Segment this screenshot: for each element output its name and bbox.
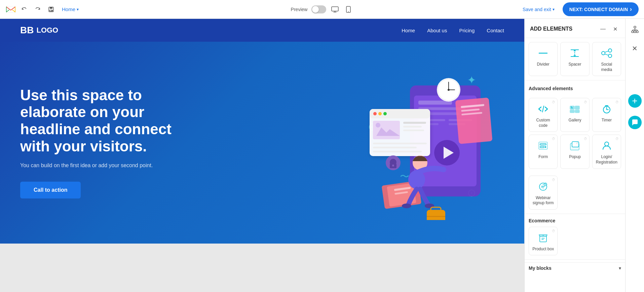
panel-close-buttons: — ✕	[598, 24, 620, 34]
undo-button[interactable]	[19, 4, 30, 15]
form-label: Form	[538, 154, 548, 160]
element-card-gallery[interactable]: ⏱ Gallery	[560, 98, 589, 132]
svg-rect-32	[403, 126, 422, 127]
svg-point-69	[608, 54, 612, 58]
clock-badge: ⏱	[584, 100, 587, 104]
save-button[interactable]	[46, 4, 56, 15]
advanced-elements-header: Advanced elements	[525, 82, 625, 94]
svg-rect-0	[6, 6, 15, 13]
svg-line-72	[542, 106, 544, 112]
svg-text:✦: ✦	[467, 74, 476, 86]
gallery-icon	[569, 103, 581, 115]
home-chevron: ▾	[77, 7, 79, 12]
nav-link-pricing[interactable]: Pricing	[459, 28, 475, 33]
ecommerce-title: Ecommerce	[529, 218, 621, 223]
login-registration-label: Login/ Registration	[595, 154, 618, 165]
svg-rect-34	[373, 143, 427, 144]
next-btn-arrow: ›	[630, 6, 632, 13]
panel-title: ADD ELEMENTS	[530, 26, 572, 32]
redo-button[interactable]	[32, 4, 43, 15]
chat-button[interactable]	[628, 116, 642, 129]
cta-button[interactable]: Call to action	[20, 182, 81, 198]
website-preview: BB LOGO Home About us Pricing Contact Us…	[0, 19, 524, 244]
toolbar-left: Home ▾	[5, 4, 287, 15]
panel-minimize-button[interactable]: —	[598, 24, 608, 34]
gmail-icon	[5, 5, 16, 13]
svg-point-7	[348, 11, 349, 12]
desktop-icon[interactable]	[330, 5, 340, 14]
element-card-custom-code[interactable]: ⏱ Custom code	[529, 98, 558, 132]
webinar-signup-icon	[537, 181, 549, 193]
element-card-spacer[interactable]: Spacer	[560, 42, 589, 76]
hero-title: Use this space to elaborate on your head…	[20, 87, 195, 155]
svg-point-90	[605, 142, 609, 146]
svg-line-71	[605, 54, 608, 55]
timer-label: Timer	[602, 118, 612, 123]
svg-rect-75	[570, 110, 574, 113]
close-x-icon[interactable]: ✕	[628, 42, 642, 55]
svg-point-78	[571, 107, 572, 108]
hero-section: Use this space to elaborate on your head…	[0, 42, 524, 244]
element-card-product-box[interactable]: ⏱ Product box	[529, 227, 558, 256]
home-label: Home	[62, 6, 75, 12]
my-blocks-title: My blocks	[529, 265, 552, 271]
svg-rect-97	[632, 31, 634, 33]
svg-point-68	[608, 49, 612, 52]
element-card-login-registration[interactable]: ⏱ Login/ Registration	[592, 135, 621, 169]
hero-image-area: ⊕ 〜 ✦ ⊙	[195, 65, 504, 220]
webinar-section: ⏱ Webinar signup form	[525, 172, 625, 212]
divider-icon	[537, 47, 549, 59]
spacer-icon	[569, 47, 581, 59]
svg-rect-35	[373, 147, 417, 148]
add-element-floating-button[interactable]: +	[628, 94, 642, 108]
social-media-icon	[601, 47, 613, 59]
svg-point-27	[383, 112, 387, 115]
mobile-icon[interactable]	[344, 5, 353, 14]
custom-code-icon	[537, 103, 549, 115]
nav-link-home[interactable]: Home	[402, 28, 415, 33]
svg-point-60	[392, 165, 394, 167]
org-chart-icon[interactable]	[628, 23, 642, 36]
my-blocks-header[interactable]: My blocks ▾	[529, 265, 621, 271]
svg-rect-99	[636, 31, 638, 33]
element-card-timer[interactable]: ⏱ Timer	[592, 98, 621, 132]
nav-links: Home About us Pricing Contact	[402, 28, 504, 33]
svg-line-70	[605, 51, 608, 52]
next-connect-domain-button[interactable]: NEXT: CONNECT DOMAIN ›	[563, 2, 639, 16]
advanced-elements-section: ⏱ Custom code ⏱	[525, 94, 625, 171]
canvas-area[interactable]: BB LOGO Home About us Pricing Contact Us…	[0, 19, 524, 292]
clock-badge: ⏱	[615, 137, 619, 141]
logo-text: LOGO	[36, 26, 58, 35]
svg-point-52	[402, 204, 411, 208]
product-box-icon	[537, 232, 549, 244]
svg-rect-74	[575, 106, 579, 109]
element-card-divider[interactable]: Divider	[529, 42, 558, 76]
panel-close-button[interactable]: ✕	[610, 24, 620, 34]
toolbar-center: Preview	[291, 5, 353, 14]
svg-rect-5	[332, 7, 338, 11]
clock-badge: ⏱	[615, 100, 619, 104]
element-card-form[interactable]: ⏱ Form	[529, 135, 558, 169]
svg-point-26	[378, 112, 382, 115]
save-exit-button[interactable]: Save and exit ▾	[519, 4, 559, 15]
home-button[interactable]: Home ▾	[59, 5, 81, 13]
nav-link-contact[interactable]: Contact	[487, 28, 504, 33]
logo-icon: BB	[20, 25, 34, 36]
svg-rect-31	[403, 122, 426, 124]
element-card-popup[interactable]: ⏱ Popup	[560, 135, 589, 169]
product-box-label: Product box	[532, 247, 554, 252]
element-card-webinar-signup[interactable]: ⏱ Webinar signup form	[529, 176, 558, 210]
clock-badge: ⏱	[552, 229, 555, 233]
svg-rect-82	[539, 142, 547, 149]
element-card-social-media[interactable]: Social media	[592, 42, 621, 76]
clock-badge: ⏱	[552, 100, 555, 104]
plus-icon: +	[632, 96, 637, 106]
svg-rect-96	[634, 26, 636, 28]
svg-rect-85	[545, 146, 546, 148]
preview-toggle[interactable]	[311, 5, 326, 13]
site-logo: BB LOGO	[20, 25, 58, 36]
nav-link-about[interactable]: About us	[427, 28, 447, 33]
site-navigation: BB LOGO Home About us Pricing Contact	[0, 19, 524, 42]
save-exit-arrow: ▾	[553, 7, 555, 12]
clock-badge: ⏱	[584, 137, 587, 141]
